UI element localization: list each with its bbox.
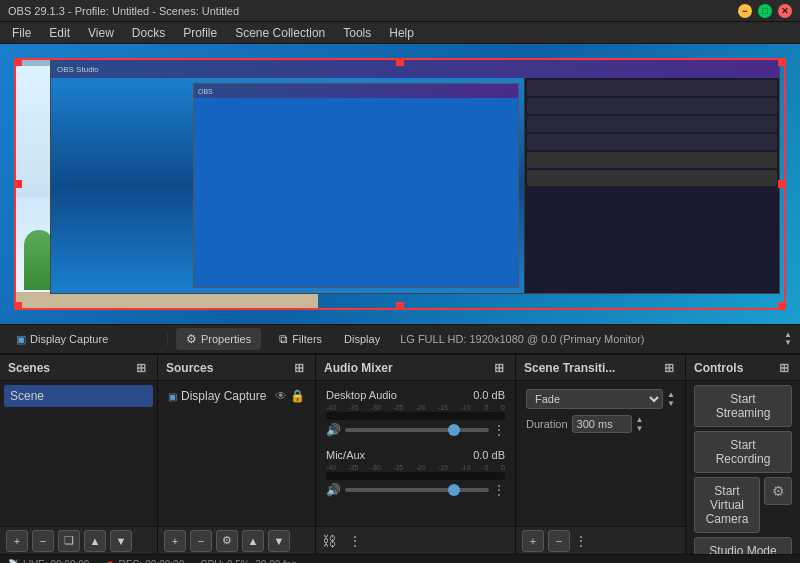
mic-audio-meter bbox=[326, 472, 505, 480]
scenes-up-button[interactable]: ▲ bbox=[84, 530, 106, 552]
sources-down-button[interactable]: ▼ bbox=[268, 530, 290, 552]
audio-more-options[interactable]: ⋮ bbox=[348, 533, 362, 549]
transition-type-select[interactable]: Fade bbox=[526, 389, 663, 409]
filters-label: Filters bbox=[292, 333, 322, 345]
scenes-down-button[interactable]: ▼ bbox=[110, 530, 132, 552]
rec-label: REC: bbox=[118, 559, 142, 563]
sources-header-icon[interactable]: ⊞ bbox=[291, 360, 307, 376]
audio-footer: ⛓ ⋮ bbox=[316, 526, 515, 554]
filters-tab[interactable]: ⧉ Filters bbox=[269, 328, 332, 350]
rec-status: ⏺ REC: 00:00:00 bbox=[105, 559, 184, 563]
transitions-add-button[interactable]: + bbox=[522, 530, 544, 552]
desktop-volume-slider[interactable] bbox=[345, 428, 489, 432]
source-item-controls: 👁 🔒 bbox=[275, 389, 305, 403]
transition-arrows[interactable]: ▲ ▼ bbox=[667, 390, 675, 408]
handle-top-right[interactable] bbox=[778, 58, 786, 66]
handle-bottom[interactable] bbox=[396, 302, 404, 310]
menu-view[interactable]: View bbox=[80, 24, 122, 42]
filters-icon: ⧉ bbox=[279, 332, 288, 346]
desktop-audio-options[interactable]: ⋮ bbox=[493, 423, 505, 437]
properties-tab[interactable]: ⚙ Properties bbox=[176, 328, 261, 350]
desktop-audio-controls: 🔊 ⋮ bbox=[326, 423, 505, 437]
studio-mode-button[interactable]: Studio Mode bbox=[694, 537, 792, 554]
controls-header-icon[interactable]: ⊞ bbox=[776, 360, 792, 376]
start-recording-button[interactable]: Start Recording bbox=[694, 431, 792, 473]
audio-header: Audio Mixer ⊞ bbox=[316, 355, 515, 381]
menu-help[interactable]: Help bbox=[381, 24, 422, 42]
rec-time: 00:00:00 bbox=[145, 559, 184, 563]
mic-meter-scale: -40 -35 -30 -25 -20 -15 -10 -5 0 bbox=[326, 464, 505, 471]
transitions-title: Scene Transiti... bbox=[524, 361, 615, 375]
sources-add-button[interactable]: + bbox=[164, 530, 186, 552]
mic-volume-slider[interactable] bbox=[345, 488, 489, 492]
audio-track-mic: Mic/Aux 0.0 dB -40 -35 -30 -25 -20 -15 -… bbox=[320, 445, 511, 501]
duration-input[interactable] bbox=[572, 415, 632, 433]
audio-content: Desktop Audio 0.0 dB -40 -35 -30 -25 -20… bbox=[316, 381, 515, 526]
duration-arrows[interactable]: ▲ ▼ bbox=[636, 415, 644, 433]
menu-tools[interactable]: Tools bbox=[335, 24, 379, 42]
title-bar-title: OBS 29.1.3 - Profile: Untitled - Scenes:… bbox=[8, 5, 239, 17]
mic-volume-thumb[interactable] bbox=[448, 484, 460, 496]
menu-file[interactable]: File bbox=[4, 24, 39, 42]
scenes-add-button[interactable]: + bbox=[6, 530, 28, 552]
source-lock-icon[interactable]: 🔒 bbox=[290, 389, 305, 403]
desktop-audio-icon[interactable]: 🔊 bbox=[326, 423, 341, 437]
scene-item[interactable]: Scene bbox=[4, 385, 153, 407]
transitions-header-icon[interactable]: ⊞ bbox=[661, 360, 677, 376]
source-monitor-icon: ▣ bbox=[16, 333, 26, 346]
desktop-audio-name: Desktop Audio bbox=[326, 389, 397, 401]
audio-link-icon[interactable]: ⛓ bbox=[322, 533, 336, 549]
source-name-label: Display Capture bbox=[30, 333, 108, 345]
scenes-header-icon[interactable]: ⊞ bbox=[133, 360, 149, 376]
desktop-volume-thumb[interactable] bbox=[448, 424, 460, 436]
rec-icon: ⏺ bbox=[105, 559, 115, 563]
sources-settings-button[interactable]: ⚙ bbox=[216, 530, 238, 552]
menu-docks[interactable]: Docks bbox=[124, 24, 173, 42]
preview-area: OBS Studio OBS bbox=[0, 44, 800, 324]
start-virtual-camera-button[interactable]: Start Virtual Camera bbox=[694, 477, 760, 533]
transitions-more-options[interactable]: ⋮ bbox=[574, 533, 588, 549]
menu-edit[interactable]: Edit bbox=[41, 24, 78, 42]
transitions-footer: + − ⋮ bbox=[516, 526, 685, 554]
title-bar: OBS 29.1.3 - Profile: Untitled - Scenes:… bbox=[0, 0, 800, 22]
maximize-button[interactable]: □ bbox=[758, 4, 772, 18]
minimize-button[interactable]: − bbox=[738, 4, 752, 18]
controls-title: Controls bbox=[694, 361, 743, 375]
display-tab-label: Display bbox=[340, 333, 384, 345]
mic-audio-header: Mic/Aux 0.0 dB bbox=[326, 449, 505, 461]
duration-row: Duration ▲ ▼ bbox=[520, 413, 681, 435]
transition-type-row: Fade ▲ ▼ bbox=[520, 385, 681, 413]
transitions-content: Fade ▲ ▼ Duration ▲ ▼ bbox=[516, 381, 685, 526]
mic-audio-icon[interactable]: 🔊 bbox=[326, 483, 341, 497]
close-button[interactable]: ✕ bbox=[778, 4, 792, 18]
menu-profile[interactable]: Profile bbox=[175, 24, 225, 42]
cpu-label: CPU: 0.5%, 30.00 fps bbox=[200, 559, 296, 563]
sources-remove-button[interactable]: − bbox=[190, 530, 212, 552]
virtual-camera-settings-button[interactable]: ⚙ bbox=[764, 477, 792, 505]
scenes-duplicate-button[interactable]: ❏ bbox=[58, 530, 80, 552]
start-streaming-button[interactable]: Start Streaming bbox=[694, 385, 792, 427]
handle-left[interactable] bbox=[14, 180, 22, 188]
source-item-display-capture[interactable]: ▣ Display Capture 👁 🔒 bbox=[162, 385, 311, 407]
mic-audio-options[interactable]: ⋮ bbox=[493, 483, 505, 497]
handle-right[interactable] bbox=[778, 180, 786, 188]
scenes-header: Scenes ⊞ bbox=[0, 355, 157, 381]
controls-panel: Controls ⊞ Start Streaming Start Recordi… bbox=[686, 355, 800, 554]
scenes-content: Scene bbox=[0, 381, 157, 526]
nested-preview: OBS bbox=[51, 78, 524, 293]
duration-label: Duration bbox=[526, 418, 568, 430]
display-info-arrows[interactable]: ▲ ▼ bbox=[784, 331, 792, 347]
menu-scene-collection[interactable]: Scene Collection bbox=[227, 24, 333, 42]
handle-top-left[interactable] bbox=[14, 58, 22, 66]
source-eye-icon[interactable]: 👁 bbox=[275, 389, 287, 403]
scenes-remove-button[interactable]: − bbox=[32, 530, 54, 552]
audio-header-icon[interactable]: ⊞ bbox=[491, 360, 507, 376]
handle-top[interactable] bbox=[396, 58, 404, 66]
scenes-footer: + − ❏ ▲ ▼ bbox=[0, 526, 157, 554]
transitions-remove-button[interactable]: − bbox=[548, 530, 570, 552]
handle-bottom-left[interactable] bbox=[14, 302, 22, 310]
handle-bottom-right[interactable] bbox=[778, 302, 786, 310]
desktop-audio-db: 0.0 dB bbox=[473, 389, 505, 401]
sources-up-button[interactable]: ▲ bbox=[242, 530, 264, 552]
source-item-icon: ▣ bbox=[168, 391, 177, 402]
